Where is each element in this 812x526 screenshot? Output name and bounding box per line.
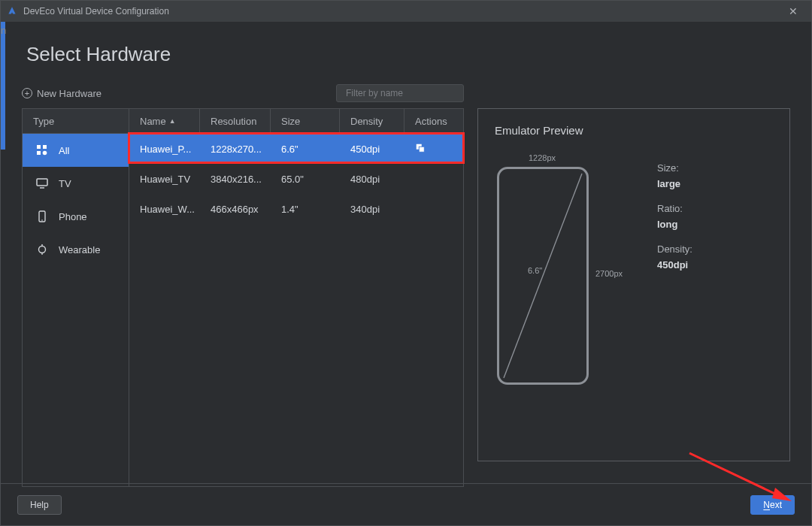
preview-title: Emulator Preview [495, 124, 773, 137]
device-density: 450dpi [340, 144, 404, 155]
left-pane: + New Hardware Type All [22, 84, 464, 487]
emulator-preview-panel: Emulator Preview 1228px 6.6" 2700px Size… [477, 108, 790, 461]
svg-point-9 [41, 219, 43, 221]
tv-icon [36, 177, 48, 189]
size-spec-label: Size: [657, 162, 692, 174]
svg-rect-3 [43, 145, 47, 149]
new-hardware-label: New Hardware [37, 88, 102, 99]
plus-circle-icon: + [22, 88, 32, 98]
device-size: 65.0" [271, 174, 340, 185]
size-spec-value: large [657, 178, 692, 189]
window-title: DevEco Virtual Device Configuration [23, 6, 781, 17]
clone-icon [415, 143, 426, 153]
device-diagram: 1228px 6.6" 2700px [495, 153, 638, 409]
density-spec-value: 450dpi [657, 259, 692, 271]
device-row[interactable]: Huawei_W... 466x466px 1.4" 340dpi [129, 194, 463, 224]
body-area: Select Hardware + New Hardware Type [1, 22, 811, 525]
device-action[interactable] [404, 143, 463, 156]
ratio-spec-value: long [657, 219, 692, 230]
type-item-phone[interactable]: Phone [23, 200, 129, 233]
new-hardware-button[interactable]: + New Hardware [22, 88, 102, 99]
device-size: 6.6" [271, 144, 340, 155]
type-label: Phone [59, 211, 87, 222]
device-size: 1.4" [271, 204, 340, 215]
actions-header[interactable]: Actions [404, 109, 463, 133]
device-resolution: 1228x270... [200, 144, 271, 155]
help-button[interactable]: Help [17, 495, 62, 515]
device-name: Huawei_TV [129, 174, 200, 185]
density-spec-label: Density: [657, 243, 692, 255]
preview-body: 1228px 6.6" 2700px Size: large Ratio: lo… [495, 153, 773, 409]
type-item-wearable[interactable]: Wearable [23, 233, 129, 266]
diagonal-label: 6.6" [528, 266, 542, 275]
close-button[interactable]: ✕ [781, 5, 805, 17]
config-window: n DevEco Virtual Device Configuration ✕ … [0, 0, 812, 526]
device-resolution: 466x466px [200, 204, 271, 215]
svg-rect-6 [37, 179, 47, 186]
type-list: All TV Phone [22, 134, 129, 487]
type-label: All [59, 145, 69, 156]
device-density: 480dpi [340, 174, 404, 185]
grid-icon [36, 144, 48, 156]
svg-rect-2 [37, 145, 41, 149]
width-label: 1228px [495, 153, 589, 162]
page-title: Select Hardware [26, 43, 790, 66]
right-pane: Emulator Preview 1228px 6.6" 2700px Size… [477, 84, 790, 487]
watch-icon [36, 243, 48, 255]
name-header[interactable]: Name▲ [129, 109, 200, 133]
list-column-headers: Name▲ Resolution Size Density Actions [129, 108, 464, 134]
footer-bar: Help Next [1, 483, 811, 525]
device-row[interactable]: Huawei_P... 1228x270... 6.6" 450dpi [129, 134, 463, 164]
work-area: + New Hardware Type All [22, 84, 790, 487]
grid-header-row: Type All TV P [22, 108, 464, 487]
type-column-header[interactable]: Type [22, 108, 129, 134]
svg-rect-4 [37, 151, 41, 155]
svg-point-10 [39, 246, 46, 253]
type-item-all[interactable]: All [23, 134, 129, 167]
device-list: Huawei_P... 1228x270... 6.6" 450dpi Huaw… [129, 134, 464, 487]
size-header[interactable]: Size [271, 109, 340, 133]
sort-asc-icon: ▲ [169, 117, 176, 125]
device-resolution: 3840x216... [200, 174, 271, 185]
device-frame [497, 167, 589, 385]
type-label: TV [59, 178, 71, 189]
search-input[interactable] [346, 88, 459, 98]
next-button[interactable]: Next [750, 495, 795, 515]
toolbar-row: + New Hardware [22, 84, 464, 102]
search-box[interactable] [336, 84, 464, 102]
resolution-header[interactable]: Resolution [200, 109, 271, 133]
type-item-tv[interactable]: TV [23, 167, 129, 200]
type-label: Wearable [59, 244, 100, 255]
app-logo-icon [7, 6, 17, 17]
device-name: Huawei_P... [129, 144, 200, 155]
svg-rect-14 [419, 147, 424, 152]
titlebar: DevEco Virtual Device Configuration ✕ [1, 1, 811, 22]
density-header[interactable]: Density [340, 109, 404, 133]
svg-point-5 [43, 151, 47, 156]
height-label: 2700px [595, 269, 623, 278]
preview-specs: Size: large Ratio: long Density: 450dpi [657, 153, 692, 409]
device-name: Huawei_W... [129, 204, 200, 215]
device-row[interactable]: Huawei_TV 3840x216... 65.0" 480dpi [129, 164, 463, 194]
phone-icon [36, 210, 48, 222]
ratio-spec-label: Ratio: [657, 203, 692, 214]
svg-line-15 [504, 174, 582, 378]
device-density: 340dpi [340, 204, 404, 215]
